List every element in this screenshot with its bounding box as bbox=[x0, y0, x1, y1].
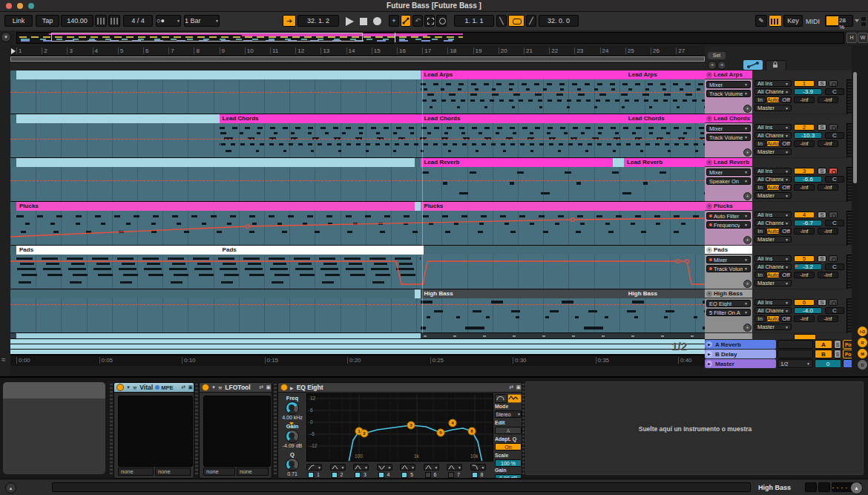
clip-name-lane[interactable]: Lead ArpsLead Arps bbox=[10, 71, 705, 79]
clip-content-area[interactable] bbox=[10, 167, 705, 202]
monitor-in-button[interactable]: In bbox=[754, 184, 766, 191]
band-activator-checkbox[interactable] bbox=[425, 472, 431, 478]
clip-name-lane[interactable]: Lead ReverbLead Reverb bbox=[10, 158, 705, 167]
capture-midi-button[interactable] bbox=[424, 15, 435, 27]
automation-link-icon[interactable] bbox=[743, 60, 763, 70]
output-chooser[interactable]: Master▼ bbox=[754, 148, 792, 155]
monitor-in-button[interactable]: In bbox=[754, 315, 766, 322]
track-activator-button[interactable]: 4 bbox=[794, 212, 815, 218]
metronome-icon[interactable] bbox=[95, 15, 107, 27]
collapsed-clip[interactable] bbox=[421, 333, 705, 339]
device-chooser[interactable]: Mixer▼ bbox=[706, 125, 751, 132]
input-type-chooser[interactable]: All Ins▼ bbox=[754, 212, 792, 218]
link-button[interactable]: Link bbox=[4, 15, 33, 27]
band-activator-checkbox[interactable] bbox=[332, 472, 338, 478]
filter-shape-icon[interactable]: ▼ bbox=[377, 464, 392, 471]
band-activator-checkbox[interactable] bbox=[448, 472, 454, 478]
track-fold-icon[interactable]: ▼ bbox=[706, 72, 712, 78]
collapsed-lane[interactable] bbox=[10, 344, 705, 350]
volume-field[interactable]: -10.3 bbox=[794, 132, 822, 139]
overview-view-box[interactable] bbox=[51, 33, 363, 42]
device-fold-icon[interactable]: ▼ bbox=[126, 385, 131, 390]
filter-shape-icon[interactable]: ▼ bbox=[330, 464, 346, 471]
track-activator-partial[interactable] bbox=[794, 334, 816, 339]
automation-line[interactable] bbox=[10, 92, 705, 93]
track-fold-icon[interactable]: ▼ bbox=[706, 116, 712, 122]
track-activator-button[interactable]: 6 bbox=[794, 299, 815, 306]
loop-button[interactable] bbox=[508, 15, 525, 27]
device-chooser[interactable]: Auto Filter▼ bbox=[706, 212, 751, 220]
return-name[interactable]: ▶B Delay bbox=[705, 350, 776, 358]
track-fold-icon[interactable]: ▼ bbox=[706, 160, 712, 165]
arm-button[interactable] bbox=[829, 299, 838, 306]
tempo-field[interactable]: 140.00 bbox=[61, 15, 93, 27]
clip-content-area[interactable] bbox=[10, 255, 705, 289]
punch-in-button[interactable]: ╲ bbox=[496, 15, 507, 27]
device-chooser[interactable]: EQ Eight▼ bbox=[706, 300, 751, 307]
clip-content-area[interactable] bbox=[10, 298, 705, 333]
punch-out-button[interactable]: ╱ bbox=[526, 15, 536, 27]
send-a-field[interactable]: -inf bbox=[794, 228, 815, 235]
solo-button[interactable]: S bbox=[818, 80, 826, 87]
arm-button[interactable] bbox=[829, 255, 838, 262]
device-chooser[interactable]: Mixer▼ bbox=[706, 168, 751, 176]
band-activator-checkbox[interactable] bbox=[472, 472, 478, 478]
track-name-plucks[interactable]: ▼Plucks bbox=[705, 202, 752, 210]
add-lane-icon[interactable]: + bbox=[743, 324, 752, 332]
volume-field[interactable]: -6.6 bbox=[794, 176, 822, 183]
tap-tempo-button[interactable]: Tap bbox=[36, 15, 59, 27]
filter-shape-icon[interactable]: ▼ bbox=[424, 464, 439, 471]
clip-untitled[interactable] bbox=[16, 114, 220, 123]
output-chooser[interactable]: Master▼ bbox=[754, 236, 792, 243]
send-b-field[interactable]: -inf bbox=[818, 228, 838, 235]
clip-high-bass[interactable]: High Bass bbox=[625, 289, 705, 298]
analyze-icon[interactable] bbox=[507, 394, 522, 403]
clip-lead-chords[interactable]: Lead Chords bbox=[625, 114, 705, 123]
band-activator-checkbox[interactable] bbox=[401, 472, 407, 478]
knob-freq-label[interactable] bbox=[286, 401, 299, 415]
mode-chooser[interactable]: Stereo▼ bbox=[495, 410, 522, 418]
gain-value[interactable]: -4.09 dB bbox=[280, 443, 305, 448]
add-lane-icon[interactable]: + bbox=[743, 105, 752, 113]
scale-field[interactable]: 100 % bbox=[495, 459, 522, 467]
device-on-icon[interactable] bbox=[280, 384, 288, 391]
monitor-auto-button[interactable]: Auto bbox=[766, 272, 780, 278]
monitor-auto-button[interactable]: Auto bbox=[766, 315, 780, 322]
monitor-in-button[interactable]: In bbox=[754, 140, 766, 147]
clip-name-lane[interactable]: High BassHigh Bass bbox=[10, 289, 705, 298]
solo-button[interactable]: S bbox=[818, 124, 826, 131]
output-chooser[interactable]: Master▼ bbox=[754, 280, 792, 286]
plugin-edit-icon[interactable]: ⚒ bbox=[218, 385, 222, 390]
knob-q-label[interactable] bbox=[286, 458, 299, 471]
loop-start-field[interactable]: 1. 1. 1 bbox=[454, 15, 494, 27]
metronome-button[interactable] bbox=[108, 15, 120, 27]
clip-untitled[interactable] bbox=[16, 71, 421, 79]
input-type-chooser[interactable]: All Ins▼ bbox=[754, 299, 792, 306]
band-activator-checkbox[interactable] bbox=[378, 472, 384, 478]
device-title-bar[interactable]: ▼⚒LFOTool⇄▣ bbox=[200, 383, 272, 393]
clip-lead-chords[interactable]: Lead Chords bbox=[421, 114, 628, 123]
clip-content-area[interactable] bbox=[10, 123, 705, 158]
pan-field[interactable]: C bbox=[825, 132, 844, 139]
clip-lead-arps[interactable]: Lead Arps bbox=[421, 71, 628, 79]
master-volume-field[interactable]: 0 bbox=[815, 359, 841, 368]
freq-value[interactable]: 4.00 kHz bbox=[280, 415, 305, 420]
hot-swap-icon[interactable]: ⇄ bbox=[510, 384, 514, 390]
track-activator-button[interactable]: 1 bbox=[794, 80, 815, 87]
add-lane-icon[interactable]: + bbox=[743, 280, 752, 288]
track-fold-icon[interactable]: ▼ bbox=[706, 247, 712, 253]
groove-amount-chooser[interactable]: ○●▼ bbox=[156, 15, 181, 27]
filter-shape-icon[interactable]: ▼ bbox=[447, 464, 462, 471]
adapt-q-button[interactable]: On bbox=[495, 443, 522, 450]
output-chooser[interactable]: Master▼ bbox=[754, 324, 792, 330]
monitor-in-button[interactable]: In bbox=[754, 272, 766, 278]
show-info-view-icon[interactable]: ▲ bbox=[5, 482, 16, 494]
add-lane-icon[interactable]: + bbox=[743, 236, 752, 244]
device-drop-area[interactable]: Suelte aquí un Instrumento o muestra bbox=[525, 381, 864, 475]
hot-swap-icon[interactable]: ⇄ bbox=[260, 384, 264, 390]
plugin-param-chooser-1[interactable]: none bbox=[203, 468, 235, 476]
device-title-bar[interactable]: ▼⚒VitalMPE⇄▣ bbox=[114, 383, 194, 393]
monitor-off-button[interactable]: Off bbox=[780, 315, 792, 322]
send-b-field[interactable]: -inf bbox=[818, 315, 838, 322]
monitor-in-button[interactable]: In bbox=[754, 96, 766, 103]
